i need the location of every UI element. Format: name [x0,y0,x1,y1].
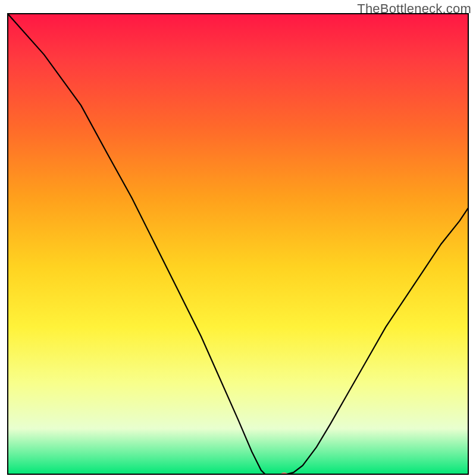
chart-container: TheBottleneck.com [0,0,476,476]
chart-background [7,13,469,475]
watermark-text: TheBottleneck.com [357,1,471,17]
bottleneck-chart [7,13,469,475]
